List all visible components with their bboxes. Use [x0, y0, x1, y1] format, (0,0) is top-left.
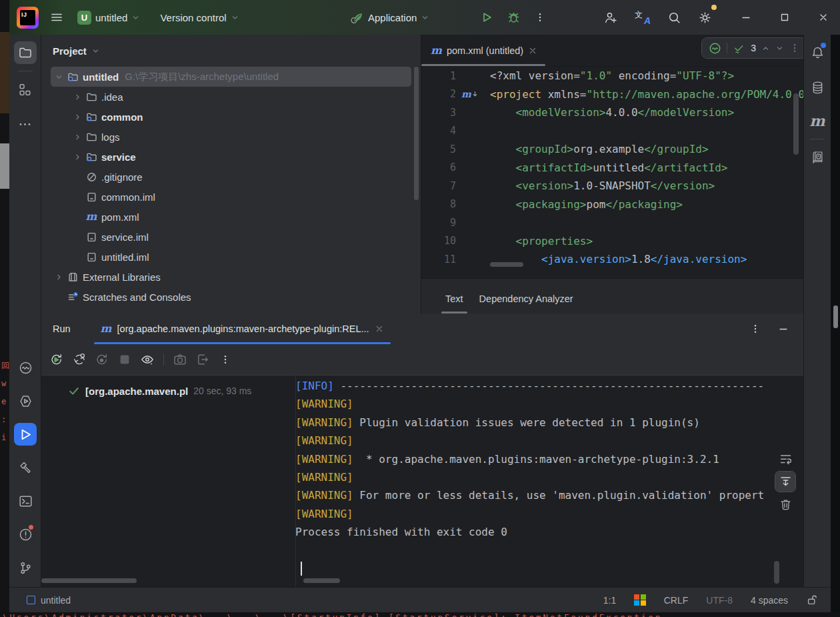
- prev-problem-icon[interactable]: [761, 44, 770, 53]
- clear-console-button[interactable]: [775, 494, 795, 514]
- editor-tab-pom[interactable]: m pom.xml (untitled): [421, 35, 545, 66]
- tool-maven-button[interactable]: m: [806, 109, 829, 132]
- code-view[interactable]: 1<?xml version="1.0" encoding="UTF-8"?>2…: [421, 67, 803, 314]
- inspections-kebab-icon[interactable]: [789, 43, 800, 53]
- tool-project-button[interactable]: [14, 41, 37, 64]
- notifications-button[interactable]: [806, 41, 829, 64]
- tool-build-button[interactable]: [14, 456, 37, 479]
- soft-wrap-button[interactable]: [775, 449, 795, 469]
- code-line-3[interactable]: 3 <modelVersion>4.0.0</modelVersion>: [421, 103, 803, 122]
- chevron-right-icon[interactable]: [72, 133, 83, 141]
- chevron-right-icon[interactable]: [72, 153, 83, 161]
- inspections-widget[interactable]: 3: [701, 37, 803, 59]
- project-panel-header[interactable]: Project: [41, 35, 421, 67]
- status-indent[interactable]: 4 spaces: [751, 595, 788, 606]
- tool-run-button[interactable]: [14, 423, 37, 446]
- tool-terminal-button[interactable]: [14, 490, 37, 512]
- hide-tool-window-icon[interactable]: [778, 324, 789, 334]
- project-widget[interactable]: U untitled: [73, 6, 144, 29]
- more-run-actions-button[interactable]: [529, 6, 551, 29]
- project-tree-scrollbar[interactable]: [414, 67, 419, 200]
- close-button[interactable]: [812, 6, 835, 29]
- status-caret-position[interactable]: 1:1: [603, 595, 616, 606]
- code-line-1[interactable]: 1<?xml version="1.0" encoding="UTF-8"?>: [421, 67, 803, 85]
- tree-row-service-iml[interactable]: service.iml: [51, 227, 411, 247]
- chevron-right-icon[interactable]: [72, 113, 83, 121]
- tool-endpoints-button[interactable]: [14, 356, 37, 379]
- tree-row-gitignore[interactable]: .gitignore: [51, 167, 411, 187]
- tree-row-service[interactable]: service: [51, 147, 411, 167]
- tab-dependency-analyzer[interactable]: Dependency Analyzer: [474, 293, 579, 314]
- code-line-6[interactable]: 6 <artifactId>untitled</artifactId>: [421, 159, 803, 177]
- rerun-with-changes-button[interactable]: [69, 350, 89, 370]
- editor-area[interactable]: m pom.xml (untitled) 1<?xml version="1.0…: [421, 35, 803, 314]
- tree-row-common[interactable]: common: [51, 107, 411, 127]
- editor-vertical-scrollbar[interactable]: [793, 93, 799, 155]
- status-encoding[interactable]: UTF-8: [706, 595, 733, 606]
- close-tab-icon[interactable]: [375, 324, 384, 334]
- console-horizontal-scrollbar[interactable]: [303, 578, 340, 583]
- run-result-row[interactable]: [org.apache.maven.pl 20 sec, 93 ms: [68, 385, 295, 397]
- settings-button[interactable]: [693, 6, 716, 29]
- code-line-5[interactable]: 5 <groupId>org.example</groupId>: [421, 140, 803, 159]
- search-everywhere-button[interactable]: [663, 6, 685, 29]
- tool-database-button[interactable]: [806, 76, 829, 99]
- scroll-to-end-button[interactable]: [775, 472, 795, 492]
- main-menu-button[interactable]: [45, 6, 68, 29]
- rerun-button[interactable]: [47, 350, 67, 370]
- microsoft-squares-icon[interactable]: [634, 594, 646, 606]
- code-line-9[interactable]: 9: [421, 213, 803, 232]
- tree-row-scratches-and-consoles[interactable]: Scratches and Consoles: [51, 287, 411, 307]
- tree-row-external-libraries[interactable]: External Libraries: [51, 267, 411, 287]
- tree-row-common-iml[interactable]: common.iml: [51, 187, 411, 207]
- tree-row-pom-xml[interactable]: mpom.xml: [51, 207, 411, 227]
- editor-horizontal-scrollbar[interactable]: [490, 262, 523, 267]
- more-tool-windows-button[interactable]: [14, 113, 37, 135]
- run-tool-icon: [18, 427, 33, 442]
- chevron-right-icon[interactable]: [53, 273, 65, 281]
- run-kebab-icon[interactable]: [750, 324, 761, 334]
- code-line-10[interactable]: 10 <properties>: [421, 232, 803, 251]
- chevron-down-icon: [231, 13, 239, 22]
- console-more-button[interactable]: [215, 350, 235, 370]
- close-tab-icon[interactable]: [528, 46, 537, 55]
- tree-row-untitled-iml[interactable]: untitled.iml: [51, 247, 411, 267]
- tool-documentation-button[interactable]: A: [806, 146, 829, 169]
- maven-sync-gutter-icon[interactable]: m: [456, 89, 490, 99]
- next-problem-icon[interactable]: [775, 44, 784, 53]
- tool-problems-button[interactable]: [14, 523, 37, 546]
- code-line-7[interactable]: 7 <version>1.0-SNAPSHOT</version>: [421, 177, 803, 195]
- maximize-button[interactable]: [773, 6, 796, 29]
- console-output[interactable]: [INFO] ---------------------------------…: [295, 377, 765, 587]
- code-line-8[interactable]: 8 <packaging>pom</packaging>: [421, 195, 803, 214]
- run-tree-horizontal-scrollbar[interactable]: [41, 578, 137, 583]
- status-line-separator[interactable]: CRLF: [664, 595, 689, 606]
- code-line-4[interactable]: 4: [421, 122, 803, 141]
- minimize-button[interactable]: [735, 6, 757, 29]
- debug-button[interactable]: [502, 6, 525, 29]
- console-line: [WARNING] * org.apache.maven.plugins:mav…: [295, 450, 765, 468]
- chevron-down-icon[interactable]: [53, 73, 65, 81]
- console-text: * org.apache.maven.plugins:maven-archety…: [353, 453, 719, 466]
- unlock-icon[interactable]: [806, 594, 819, 606]
- chevron-right-icon[interactable]: [72, 93, 83, 101]
- code-line-2[interactable]: 2m<project xmlns="http://maven.apache.or…: [421, 85, 803, 104]
- vcs-widget[interactable]: Version control: [156, 6, 243, 29]
- tree-row-logs[interactable]: logs: [51, 127, 411, 147]
- tool-vcs-button[interactable]: [14, 556, 37, 579]
- tree-row-untitled[interactable]: untitledG:\学习项目\zhs-archetype\untitled: [51, 67, 411, 87]
- tool-services-button[interactable]: [14, 390, 37, 412]
- edge-scrollbar-thumb[interactable]: [833, 305, 838, 328]
- show-options-button[interactable]: [137, 350, 157, 370]
- run-button[interactable]: [475, 6, 498, 29]
- tree-row-idea[interactable]: .idea: [51, 87, 411, 107]
- tab-text[interactable]: Text: [440, 293, 469, 314]
- console-vertical-scrollbar[interactable]: [774, 561, 779, 584]
- tool-structure-button[interactable]: [14, 78, 37, 101]
- code-line-11[interactable]: 11 <java.version>1.8</java.version>: [421, 250, 803, 269]
- hammer-icon: [18, 460, 33, 476]
- status-module-widget[interactable]: untitled: [27, 595, 71, 606]
- run-tab[interactable]: m [org.apache.maven.plugins:maven-archet…: [94, 314, 391, 344]
- code-with-me-button[interactable]: [599, 6, 623, 29]
- translate-button[interactable]: 文A: [631, 6, 655, 29]
